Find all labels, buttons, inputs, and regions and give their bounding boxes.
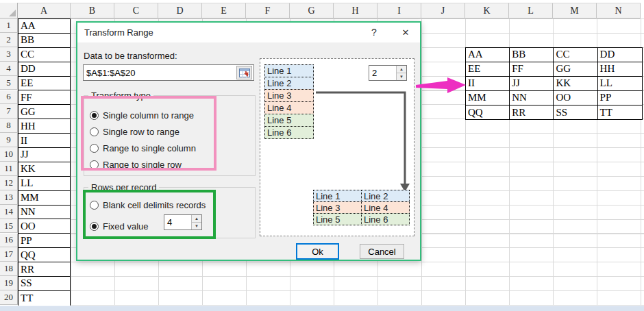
row-header-2[interactable]: 2 (0, 33, 18, 47)
grid-cell[interactable]: MM (466, 91, 510, 105)
grid-cell[interactable]: KK (18, 162, 70, 177)
row-header-14[interactable]: 14 (0, 205, 18, 219)
grid-cell[interactable]: BB (18, 34, 70, 48)
column-header-N[interactable]: N (597, 3, 641, 18)
grid-cell[interactable]: EE (466, 62, 510, 77)
grid-cell[interactable]: QQ (466, 105, 510, 120)
cancel-button[interactable]: Cancel (360, 244, 404, 259)
grid-cell[interactable]: RR (510, 105, 554, 120)
grid-cell[interactable]: FF (510, 62, 554, 77)
row-header-5[interactable]: 5 (0, 76, 18, 90)
column-header-D[interactable]: D (158, 3, 202, 18)
select-all-corner[interactable] (0, 3, 18, 18)
transform-type-option[interactable]: Range to single row (90, 156, 255, 173)
row-header-1[interactable]: 1 (0, 18, 18, 33)
grid-cell[interactable]: JJ (18, 148, 70, 162)
grid-cell[interactable]: KK (554, 77, 597, 91)
column-header-E[interactable]: E (202, 3, 246, 18)
grid-cell[interactable]: OO (554, 91, 597, 105)
grid-cell[interactable]: SS (554, 105, 597, 120)
grid-cell[interactable]: TT (598, 105, 642, 120)
transform-type-option[interactable]: Single column to range (90, 107, 255, 123)
grid-cell[interactable]: II (18, 134, 70, 148)
grid-cell[interactable]: DD (18, 62, 70, 77)
row-header-20[interactable]: 20 (0, 290, 18, 305)
row-header-10[interactable]: 10 (0, 147, 18, 162)
rows-per-record-option[interactable]: Blank cell delimits records (90, 197, 255, 213)
transform-type-option[interactable]: Range to single column (90, 140, 255, 156)
fixed-value-input[interactable]: 4 (164, 215, 191, 229)
grid-cell[interactable]: NN (18, 206, 70, 220)
grid-cell[interactable]: AA (466, 48, 510, 62)
grid-cell[interactable]: LL (18, 177, 70, 191)
row-header-6[interactable]: 6 (0, 90, 18, 105)
grid-cell[interactable]: MM (18, 191, 70, 206)
close-icon[interactable]: ✕ (395, 23, 416, 42)
column-header-C[interactable]: C (114, 3, 158, 18)
row-header-4[interactable]: 4 (0, 62, 18, 76)
column-header-K[interactable]: K (465, 3, 509, 18)
column-header-H[interactable]: H (334, 3, 377, 18)
grid-cell[interactable]: DD (598, 48, 642, 62)
spinner-down-icon[interactable]: ▼ (397, 73, 406, 80)
grid-cell[interactable]: AA (18, 19, 70, 34)
row-header-18[interactable]: 18 (0, 262, 18, 276)
grid-cell[interactable]: GG (18, 105, 70, 119)
row-header-19[interactable]: 19 (0, 276, 18, 290)
grid-cell[interactable]: CC (18, 48, 70, 62)
fixed-value-spinner[interactable]: 4 ▲ ▼ (164, 214, 202, 230)
columns-per-record-input[interactable]: 2 (369, 66, 396, 80)
transform-type-group: Transform type Single column to rangeSin… (84, 90, 256, 176)
columns-per-record-spinner[interactable]: 2 ▲ ▼ (369, 65, 407, 81)
transform-type-option[interactable]: Single row to range (90, 123, 255, 140)
row-header-8[interactable]: 8 (0, 119, 18, 133)
grid-cell[interactable]: JJ (510, 77, 554, 91)
grid-cell[interactable]: PP (18, 234, 70, 248)
row-header-3[interactable]: 3 (0, 47, 18, 62)
column-header-A[interactable]: A (18, 3, 71, 18)
grid-cell[interactable]: HH (18, 119, 70, 134)
spinner-down-icon[interactable]: ▼ (192, 223, 201, 229)
grid-cell[interactable]: HH (598, 62, 642, 77)
row-header-15[interactable]: 15 (0, 219, 18, 234)
preview-result-cell: Line 1 (313, 190, 362, 202)
column-header-F[interactable]: F (246, 3, 290, 18)
column-header-L[interactable]: L (509, 3, 553, 18)
grid-cell[interactable]: TT (18, 291, 70, 306)
column-header-J[interactable]: J (421, 3, 465, 18)
row-header-11[interactable]: 11 (0, 162, 18, 176)
spinner-up-icon[interactable]: ▲ (397, 66, 406, 73)
row-header-17[interactable]: 17 (0, 247, 18, 262)
grid-cell[interactable]: QQ (18, 248, 70, 262)
grid-cell[interactable]: GG (554, 62, 597, 77)
help-button[interactable]: ? (364, 23, 384, 42)
column-header-B[interactable]: B (71, 3, 114, 18)
column-header-I[interactable]: I (377, 3, 421, 18)
grid-cell[interactable]: OO (18, 219, 70, 234)
grid-cell[interactable]: SS (18, 277, 70, 291)
radio-dot (92, 146, 97, 151)
dialog-titlebar[interactable]: Transform Range ? ✕ (77, 23, 420, 42)
grid-cell[interactable]: NN (510, 91, 554, 105)
row-header-16[interactable]: 16 (0, 234, 18, 248)
row-header-9[interactable]: 9 (0, 133, 18, 147)
excel-window: ABCDEFGHIJKLMN 1234567891011121314151617… (0, 0, 644, 311)
grid-cell[interactable]: LL (598, 77, 642, 91)
grid-cell[interactable]: II (466, 77, 510, 91)
radio-dot (92, 129, 97, 134)
row-header-12[interactable]: 12 (0, 176, 18, 190)
grid-cell[interactable]: PP (598, 91, 642, 105)
grid-cell[interactable]: EE (18, 77, 70, 91)
range-input[interactable]: $A$1:$A$20 (83, 64, 254, 81)
row-header-13[interactable]: 13 (0, 190, 18, 205)
grid-cell[interactable]: FF (18, 90, 70, 105)
column-header-G[interactable]: G (290, 3, 334, 18)
grid-cell[interactable]: BB (510, 48, 554, 62)
range-selector-button[interactable] (236, 66, 252, 79)
row-header-7[interactable]: 7 (0, 104, 18, 119)
grid-cell[interactable]: CC (554, 48, 597, 62)
spinner-up-icon[interactable]: ▲ (192, 215, 201, 223)
column-header-M[interactable]: M (553, 3, 597, 18)
ok-button[interactable]: Ok (296, 243, 339, 260)
grid-cell[interactable]: RR (18, 262, 70, 277)
